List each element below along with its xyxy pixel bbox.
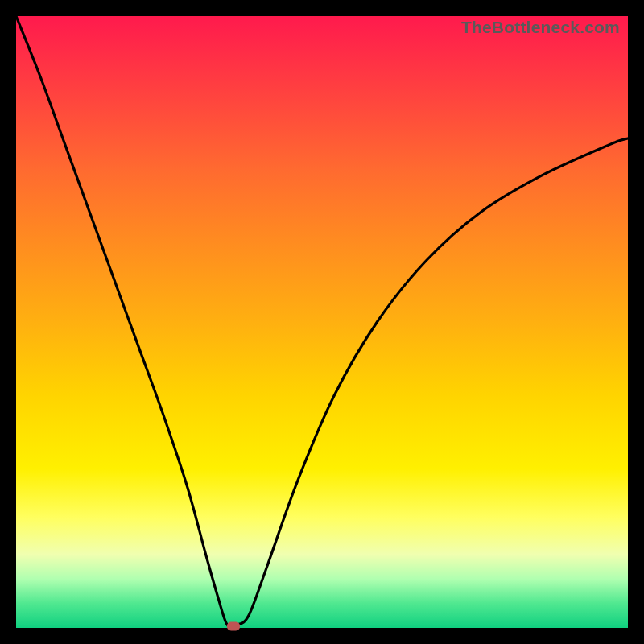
plot-area: TheBottleneck.com (16, 16, 628, 628)
chart-frame: TheBottleneck.com (0, 0, 644, 644)
bottleneck-curve (16, 16, 628, 628)
min-marker (227, 621, 240, 630)
